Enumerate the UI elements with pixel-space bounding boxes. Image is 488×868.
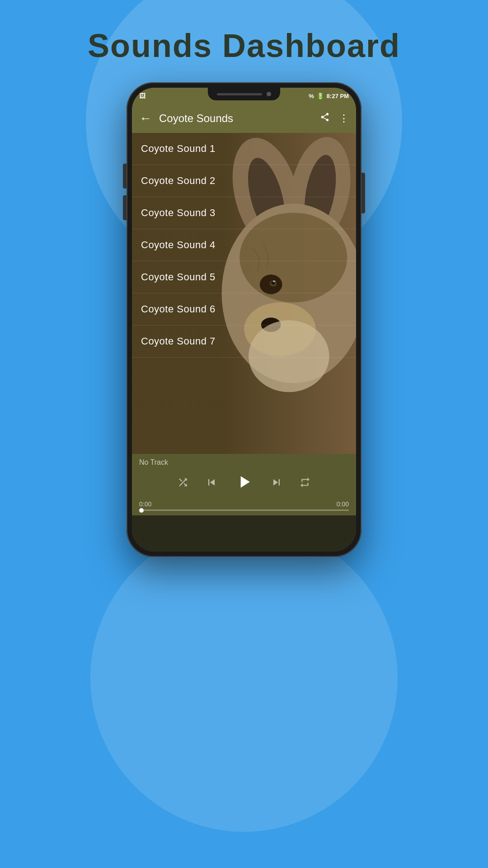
sound-item-3[interactable]: Coyote Sound 3 <box>132 197 356 229</box>
progress-track[interactable] <box>139 509 349 511</box>
sound-items-list: Coyote Sound 1Coyote Sound 2Coyote Sound… <box>132 133 356 358</box>
sound-item-2[interactable]: Coyote Sound 2 <box>132 165 356 197</box>
app-bar: ← Coyote Sounds ⋮ <box>132 104 356 133</box>
repeat-button[interactable] <box>299 476 311 491</box>
share-button[interactable] <box>320 112 330 125</box>
next-button[interactable] <box>270 476 283 492</box>
status-left: 🖼 <box>139 92 145 99</box>
phone-shell: 🖼 % 🔋 8:27 PM ← Coyote Sounds ⋮ <box>127 82 361 557</box>
play-button[interactable] <box>234 472 254 496</box>
battery-percent: % <box>309 93 314 99</box>
volume-up-button[interactable] <box>123 164 127 189</box>
page-title: Sounds Dashboard <box>88 27 400 64</box>
battery-icon: 🔋 <box>317 93 324 99</box>
sound-item-1[interactable]: Coyote Sound 1 <box>132 133 356 165</box>
signal-icon: 🖼 <box>139 92 145 99</box>
sound-item-6[interactable]: Coyote Sound 6 <box>132 293 356 326</box>
previous-button[interactable] <box>205 476 218 492</box>
shuffle-button[interactable] <box>177 476 189 491</box>
progress-thumb[interactable] <box>139 508 144 513</box>
sound-list: Coyote Sound 1Coyote Sound 2Coyote Sound… <box>132 133 356 454</box>
sound-item-7[interactable]: Coyote Sound 7 <box>132 326 356 358</box>
progress-times: 0:00 0:00 <box>139 500 349 508</box>
time-display: 8:27 PM <box>327 93 349 99</box>
time-current: 0:00 <box>139 500 151 508</box>
more-options-button[interactable]: ⋮ <box>339 113 349 124</box>
player-bar: No Track <box>132 454 356 515</box>
notch-bar <box>217 93 262 95</box>
sound-item-5[interactable]: Coyote Sound 5 <box>132 261 356 293</box>
track-label: No Track <box>132 458 356 470</box>
phone-bottom-area <box>132 515 356 552</box>
phone-notch <box>208 88 280 100</box>
phone-screen: 🖼 % 🔋 8:27 PM ← Coyote Sounds ⋮ <box>132 88 356 552</box>
volume-down-button[interactable] <box>123 195 127 220</box>
app-bar-icons: ⋮ <box>320 112 349 125</box>
time-total: 0:00 <box>337 500 349 508</box>
sound-item-4[interactable]: Coyote Sound 4 <box>132 229 356 261</box>
app-bar-title: Coyote Sounds <box>159 112 320 125</box>
back-button[interactable]: ← <box>139 111 152 126</box>
power-button[interactable] <box>361 173 365 213</box>
status-right: % 🔋 8:27 PM <box>309 93 349 99</box>
player-progress: 0:00 0:00 <box>132 500 356 511</box>
notch-dot <box>267 92 271 96</box>
player-controls <box>132 470 356 500</box>
